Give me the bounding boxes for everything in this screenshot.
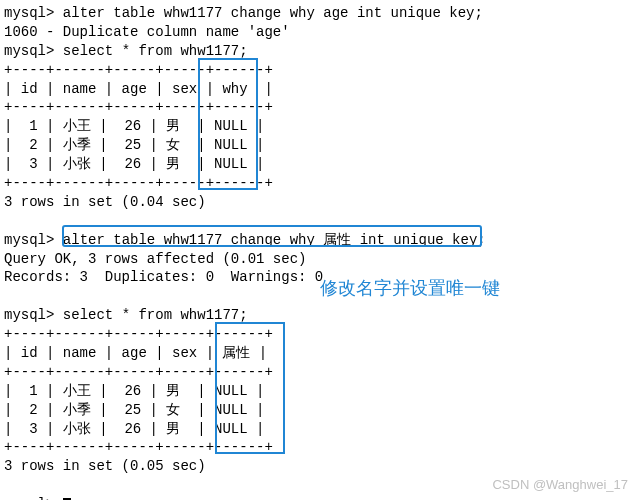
table2-row-1: | 1 | 小王 | 26 | 男 | NULL | bbox=[4, 382, 634, 401]
table2-row-2: | 2 | 小季 | 25 | 女 | NULL | bbox=[4, 401, 634, 420]
table1-row-1: | 1 | 小王 | 26 | 男 | NULL | bbox=[4, 117, 634, 136]
table1-row-2: | 2 | 小季 | 25 | 女 | NULL | bbox=[4, 136, 634, 155]
table1-row-3: | 3 | 小张 | 26 | 男 | NULL | bbox=[4, 155, 634, 174]
cmd-line-2: mysql> select * from whw1177; bbox=[4, 42, 634, 61]
table2-head: | id | name | age | sex | 属性 | bbox=[4, 344, 634, 363]
cmd-line-3: mysql> alter table whw1177 change why 属性… bbox=[4, 231, 634, 250]
table1-sep-mid: +----+------+-----+-----+------+ bbox=[4, 98, 634, 117]
query-ok: Query OK, 3 rows affected (0.01 sec) bbox=[4, 250, 634, 269]
annotation-text: 修改名字并设置唯一键 bbox=[320, 276, 500, 300]
table2-sep-bot: +----+------+-----+-----+------+ bbox=[4, 438, 634, 457]
watermark-text: CSDN @Wanghwei_17 bbox=[492, 476, 628, 494]
prompt-line[interactable]: mysql> bbox=[4, 495, 634, 500]
result-2: 3 rows in set (0.05 sec) bbox=[4, 457, 634, 476]
cmd-line-4: mysql> select * from whw1177; bbox=[4, 306, 634, 325]
records-line: Records: 3 Duplicates: 0 Warnings: 0 bbox=[4, 268, 634, 287]
result-1: 3 rows in set (0.04 sec) bbox=[4, 193, 634, 212]
table2-row-3: | 3 | 小张 | 26 | 男 | NULL | bbox=[4, 420, 634, 439]
table1-head: | id | name | age | sex | why | bbox=[4, 80, 634, 99]
cmd-line-1: mysql> alter table whw1177 change why ag… bbox=[4, 4, 634, 23]
table1-sep-bot: +----+------+-----+-----+------+ bbox=[4, 174, 634, 193]
table2-sep-mid: +----+------+-----+-----+------+ bbox=[4, 363, 634, 382]
table1-sep-top: +----+------+-----+-----+------+ bbox=[4, 61, 634, 80]
error-line: 1060 - Duplicate column name 'age' bbox=[4, 23, 634, 42]
blank-2 bbox=[4, 287, 634, 306]
table2-sep-top: +----+------+-----+-----+------+ bbox=[4, 325, 634, 344]
blank-1 bbox=[4, 212, 634, 231]
